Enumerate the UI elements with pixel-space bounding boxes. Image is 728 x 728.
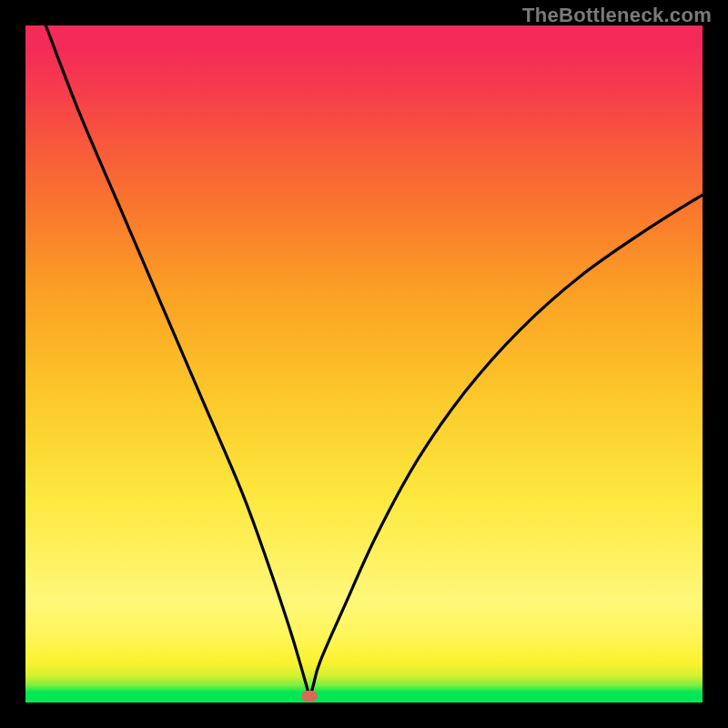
plot-area (25, 25, 703, 703)
chart-frame: TheBottleneck.com (0, 0, 728, 728)
bottleneck-curve-path (46, 25, 703, 696)
watermark-text: TheBottleneck.com (522, 4, 712, 27)
curve-svg (25, 25, 703, 703)
optimal-point-marker (301, 691, 318, 702)
